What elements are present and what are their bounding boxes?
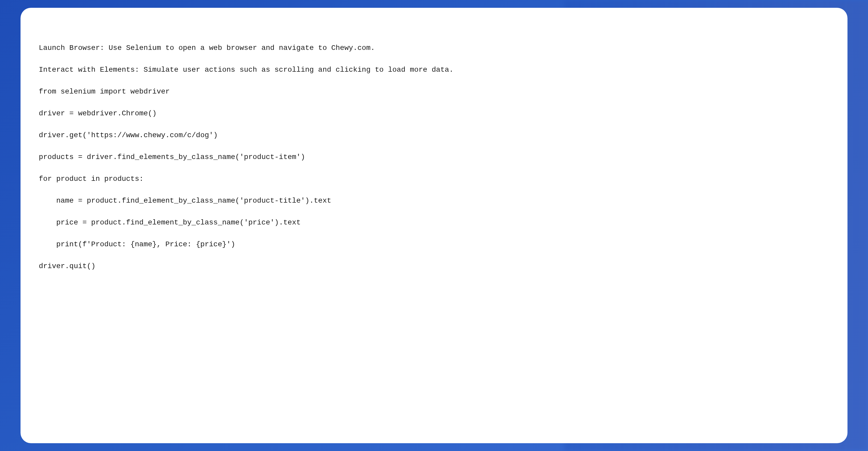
- code-line: products = driver.find_elements_by_class…: [39, 152, 829, 163]
- code-line: driver.get('https://www.chewy.com/c/dog'…: [39, 130, 829, 141]
- code-line: name = product.find_element_by_class_nam…: [39, 195, 829, 206]
- blank-line: [39, 163, 829, 173]
- code-line: from selenium import webdriver: [39, 86, 829, 97]
- blank-line: [39, 54, 829, 64]
- blank-line: [39, 119, 829, 130]
- blank-line: [39, 228, 829, 239]
- code-line: for product in products:: [39, 173, 829, 185]
- code-block: Launch Browser: Use Selenium to open a w…: [39, 21, 829, 272]
- code-line: print(f'Product: {name}, Price: {price}'…: [39, 239, 829, 250]
- blank-line: [39, 250, 829, 261]
- code-line: driver.quit(): [39, 261, 829, 272]
- blank-line: [39, 206, 829, 217]
- code-line: driver = webdriver.Chrome(): [39, 108, 829, 119]
- code-line: Launch Browser: Use Selenium to open a w…: [39, 42, 829, 54]
- blank-line: [39, 75, 829, 86]
- code-line: price = product.find_element_by_class_na…: [39, 217, 829, 228]
- blank-line: [39, 97, 829, 108]
- code-card: Launch Browser: Use Selenium to open a w…: [21, 8, 847, 443]
- blank-line: [39, 141, 829, 152]
- blank-line: [39, 185, 829, 195]
- code-line: Interact with Elements: Simulate user ac…: [39, 64, 829, 75]
